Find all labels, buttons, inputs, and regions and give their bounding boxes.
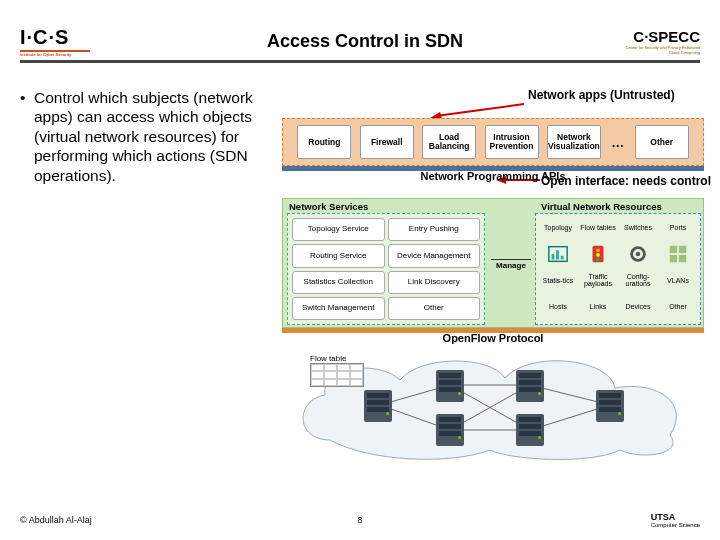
np-api-label: Network Programming APIs: [282, 170, 704, 182]
vnr-hosts: Hosts: [539, 292, 577, 321]
gear-icon: [619, 239, 657, 268]
vnr-traffic-payloads: Traffic payloads: [579, 270, 617, 290]
openflow-label: OpenFlow Protocol: [282, 332, 704, 344]
ns-topology-service: Topology Service: [292, 218, 385, 241]
architecture-diagram: Routing Firewall Load Balancing Intrusio…: [282, 118, 704, 468]
svg-rect-5: [552, 254, 555, 260]
ns-switch-management: Switch Management: [292, 297, 385, 320]
app-firewall: Firewall: [360, 125, 414, 159]
controller-plane: Network Services Virtual Network Resourc…: [282, 198, 704, 328]
vnr-ports: Ports: [659, 217, 697, 237]
footer: © Abdullah Al-Alaj 8 UTSA Computer Scien…: [20, 512, 700, 528]
svg-point-10: [596, 253, 600, 257]
svg-point-13: [636, 251, 641, 256]
switch-icon: [596, 390, 624, 422]
slide-title: Access Control in SDN: [116, 31, 614, 52]
vnr-other: Other: [659, 292, 697, 321]
footer-right: UTSA Computer Science: [651, 512, 700, 528]
vnr-flow-tables: Flow tables: [579, 217, 617, 237]
vnr-topology: Topology: [539, 217, 577, 237]
app-load-balancing: Load Balancing: [422, 125, 476, 159]
logo-ics-text: I·C·S: [20, 26, 116, 49]
switch-icon: [364, 390, 392, 422]
manage-label: Manage: [491, 259, 531, 270]
switch-icon: [516, 414, 544, 446]
logo-ics: I·C·S Institute for Cyber Security: [20, 26, 116, 57]
vnr-title: Virtual Network Resources: [541, 201, 662, 212]
svg-rect-17: [679, 254, 686, 261]
header-divider: [20, 60, 700, 63]
switch-icon: [436, 414, 464, 446]
app-network-visualization: Network Visualization: [547, 125, 601, 159]
page-number: 8: [357, 515, 362, 525]
ns-link-discovery: Link Discovery: [388, 271, 481, 294]
logo-cspecc-sub: Center for Security and Privacy Enhanced…: [614, 45, 700, 55]
data-plane-cloud: Flow table: [290, 350, 696, 462]
network-services-title: Network Services: [289, 201, 368, 212]
app-other: Other: [635, 125, 689, 159]
vnr-configurations: Config-urations: [619, 270, 657, 290]
ns-routing-service: Routing Service: [292, 244, 385, 267]
vnr-switches: Switches: [619, 217, 657, 237]
ns-entry-pushing: Entry Pushing: [388, 218, 481, 241]
svg-rect-14: [670, 245, 677, 252]
svg-line-0: [436, 104, 524, 116]
svg-rect-6: [556, 250, 559, 259]
vnr-devices: Devices: [619, 292, 657, 321]
flow-table: Flow table: [310, 354, 370, 387]
utsa-logo-text: UTSA: [651, 512, 676, 522]
copyright: © Abdullah Al-Alaj: [20, 515, 92, 525]
traffic-icon: [579, 239, 617, 268]
vnr-links: Links: [579, 292, 617, 321]
vnr-box: Topology Flow tables Switches Ports Stat…: [535, 213, 701, 325]
flow-table-label: Flow table: [310, 354, 346, 363]
app-intrusion-prevention: Intrusion Prevention: [485, 125, 539, 159]
ns-other: Other: [388, 297, 481, 320]
vnr-vlans: VLANs: [659, 270, 697, 290]
ns-statistics-collection: Statistics Collection: [292, 271, 385, 294]
switch-icon: [436, 370, 464, 402]
annotation-untrusted: Network apps (Untrusted): [528, 88, 675, 102]
vnr-statistics: Statis-tics: [539, 270, 577, 290]
logo-cspecc: C·SPECC Center for Security and Privacy …: [614, 28, 700, 55]
svg-rect-15: [679, 245, 686, 252]
svg-point-11: [596, 257, 600, 261]
flow-table-grid-icon: [310, 363, 364, 387]
apps-ellipsis: …: [609, 135, 626, 150]
switch-icon: [516, 370, 544, 402]
svg-rect-16: [670, 254, 677, 261]
grid-icon: [659, 239, 697, 268]
apps-row: Routing Firewall Load Balancing Intrusio…: [282, 118, 704, 166]
arrow-untrusted-icon: [430, 102, 524, 118]
ns-device-management: Device Management: [388, 244, 481, 267]
app-routing: Routing: [297, 125, 351, 159]
header: I·C·S Institute for Cyber Security Acces…: [20, 24, 700, 58]
slide: I·C·S Institute for Cyber Security Acces…: [0, 0, 720, 540]
chart-icon: [539, 239, 577, 268]
logo-ics-sub: Institute for Cyber Security: [20, 52, 116, 57]
utsa-dept: Computer Science: [651, 522, 700, 528]
logo-cspecc-text: C·SPECC: [614, 28, 700, 45]
svg-point-9: [596, 248, 600, 252]
bullet-text: Control which subjects (network apps) ca…: [34, 88, 270, 185]
svg-rect-7: [561, 255, 564, 259]
network-services-box: Topology Service Entry Pushing Routing S…: [287, 213, 485, 325]
